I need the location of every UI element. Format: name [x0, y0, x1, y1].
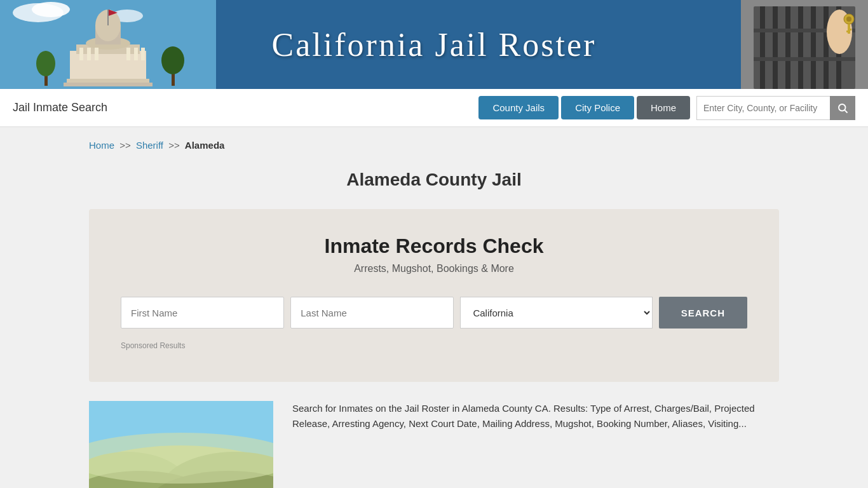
- svg-rect-30: [824, 6, 829, 89]
- nav-brand: Jail Inmate Search: [13, 101, 478, 114]
- svg-rect-29: [811, 6, 816, 89]
- svg-rect-18: [67, 79, 149, 83]
- last-name-input[interactable]: [290, 297, 454, 329]
- nav-buttons: County Jails City Police Home: [478, 96, 690, 119]
- county-jails-button[interactable]: County Jails: [478, 96, 559, 119]
- svg-rect-25: [760, 6, 765, 89]
- sponsored-label: Sponsored Results: [121, 341, 747, 350]
- inmate-records-title: Inmate Records Check: [121, 234, 747, 258]
- city-police-button[interactable]: City Police: [561, 96, 634, 119]
- svg-rect-9: [107, 10, 109, 25]
- svg-point-22: [161, 46, 184, 74]
- page-title-container: Alameda County Jail: [0, 163, 868, 209]
- breadcrumb: Home >> Sheriff >> Alameda: [0, 127, 868, 163]
- nav-search-input[interactable]: [696, 96, 830, 120]
- svg-rect-12: [87, 48, 91, 60]
- svg-point-20: [36, 51, 55, 76]
- svg-rect-11: [79, 48, 83, 60]
- location-image: [89, 401, 273, 488]
- svg-point-49: [89, 433, 273, 484]
- svg-rect-26: [773, 6, 778, 89]
- svg-point-36: [846, 17, 851, 22]
- search-form: AlabamaAlaskaArizonaArkansasCaliforniaCo…: [121, 297, 747, 329]
- nav-search-button[interactable]: [830, 96, 855, 120]
- svg-rect-39: [849, 29, 851, 30]
- inmate-records-subtitle: Arrests, Mugshot, Bookings & More: [121, 263, 747, 274]
- svg-rect-38: [846, 30, 849, 32]
- svg-point-40: [839, 104, 846, 111]
- svg-rect-14: [126, 48, 130, 60]
- breadcrumb-current: Alameda: [185, 140, 225, 151]
- banner-right-image: [741, 0, 868, 89]
- breadcrumb-separator-1: >>: [119, 140, 131, 151]
- svg-point-2: [32, 2, 70, 17]
- svg-rect-17: [64, 83, 153, 86]
- page-title: Alameda County Jail: [0, 170, 868, 190]
- bottom-section: Search for Inmates on the Jail Roster in…: [89, 401, 779, 488]
- svg-rect-33: [754, 57, 855, 61]
- nav-search-container: [696, 96, 855, 120]
- search-icon: [837, 102, 848, 114]
- breadcrumb-separator-2: >>: [168, 140, 180, 151]
- site-title: California Jail Roster: [272, 26, 597, 64]
- bottom-description: Search for Inmates on the Jail Roster in…: [292, 401, 779, 431]
- svg-rect-13: [95, 48, 98, 60]
- nav-bar: Jail Inmate Search County Jails City Pol…: [0, 89, 868, 127]
- header-banner: California Jail Roster: [0, 0, 868, 89]
- state-select[interactable]: AlabamaAlaskaArizonaArkansasCaliforniaCo…: [460, 297, 652, 329]
- inmate-records-section: Inmate Records Check Arrests, Mugshot, B…: [89, 209, 779, 382]
- breadcrumb-home[interactable]: Home: [89, 140, 114, 151]
- svg-rect-15: [134, 48, 138, 60]
- svg-rect-27: [785, 6, 790, 89]
- search-button[interactable]: SEARCH: [659, 297, 747, 329]
- home-button[interactable]: Home: [637, 96, 690, 119]
- svg-line-41: [844, 110, 847, 112]
- svg-rect-16: [141, 48, 145, 60]
- first-name-input[interactable]: [121, 297, 284, 329]
- svg-rect-28: [798, 6, 803, 89]
- banner-left-image: [0, 0, 216, 89]
- breadcrumb-sheriff[interactable]: Sheriff: [136, 140, 163, 151]
